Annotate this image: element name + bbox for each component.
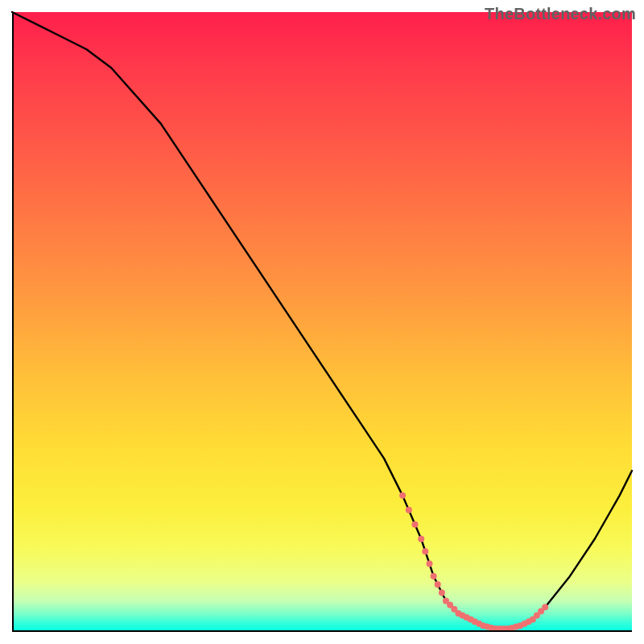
axis-frame	[12, 12, 632, 632]
watermark-text: TheBottleneck.com	[485, 5, 636, 23]
chart-stage: TheBottleneck.com	[0, 0, 644, 644]
